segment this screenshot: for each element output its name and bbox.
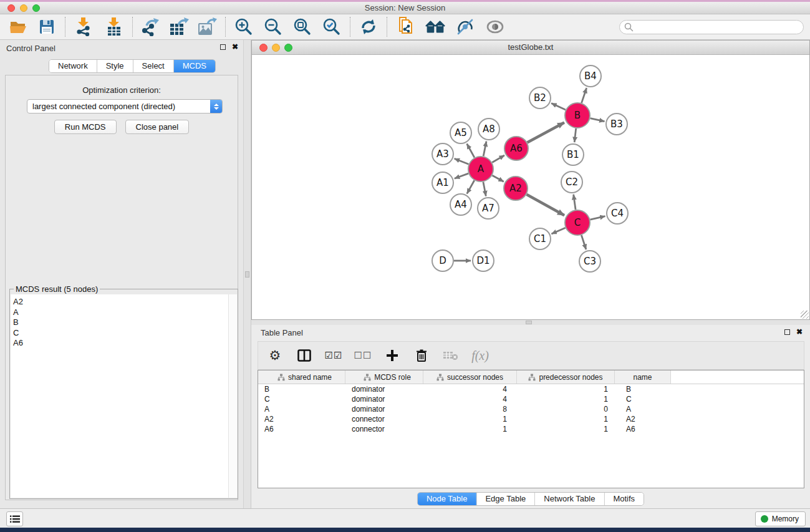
graph-node-label-A3: A3 (436, 148, 449, 160)
cell-name: A2 (615, 414, 671, 424)
column-header-name[interactable]: name (615, 370, 671, 384)
graph-edge-A-A7[interactable] (483, 182, 486, 196)
network-window-titlebar[interactable]: testGlobe.txt (252, 41, 809, 55)
select-all-rows-icon[interactable]: ☑☑ (325, 347, 342, 364)
hide-graphics-details-icon[interactable] (455, 17, 475, 37)
optimization-criterion-label: Optimization criterion: (6, 85, 238, 95)
cell-predecessor-nodes: 1 (517, 384, 615, 394)
column-header-successor-nodes[interactable]: successor nodes (423, 370, 517, 384)
graph-edge-C-C1[interactable] (551, 228, 565, 234)
show-graphics-icon[interactable] (485, 17, 505, 37)
add-column-icon[interactable] (384, 347, 400, 364)
cell-successor-nodes: 4 (423, 394, 517, 404)
table-row[interactable]: A dominator 8 0 A (258, 404, 804, 414)
criterion-dropdown[interactable]: largest connected component (directed) (27, 99, 223, 114)
mcds-result-item[interactable]: A6 (13, 338, 228, 349)
cell-name: A6 (615, 424, 671, 434)
task-history-button[interactable] (6, 511, 23, 526)
tab-select[interactable]: Select (133, 60, 174, 72)
network-canvas[interactable]: B4B2BB3A8A5A6A3B1AA1C2A2A4A7C4CC1DD1C3 (252, 55, 809, 319)
application-window: Session: New Session (0, 0, 810, 532)
close-panel-icon[interactable]: ✖ (796, 329, 803, 335)
tab-node-table[interactable]: Node Table (418, 493, 477, 505)
graph-edge-A-A5[interactable] (467, 144, 475, 158)
cell-predecessor-nodes: 1 (517, 414, 615, 424)
tab-style[interactable]: Style (97, 60, 133, 72)
horizontal-split-divider[interactable] (251, 320, 810, 325)
deselect-all-rows-icon[interactable]: ☐☐ (355, 347, 371, 364)
graph-edge-A-A4[interactable] (467, 180, 475, 193)
run-mcds-button[interactable]: Run MCDS (54, 120, 117, 134)
save-session-icon[interactable] (37, 17, 57, 37)
vertical-split-divider[interactable] (243, 40, 251, 508)
mcds-result-list[interactable]: A2 A B C A6 (11, 294, 228, 498)
import-table-icon[interactable] (104, 17, 124, 37)
zoom-selected-icon[interactable] (322, 17, 342, 37)
import-network-icon[interactable] (74, 17, 94, 37)
graph-edge-B-B3[interactable] (591, 118, 605, 122)
column-header-shared-name[interactable]: shared name (258, 370, 345, 384)
memory-button[interactable]: Memory (755, 511, 806, 526)
network-from-file-icon[interactable] (395, 17, 415, 37)
table-panel: Table Panel ✖ ⚙ ☑☑ ☐☐ (251, 325, 810, 508)
graph-edge-A-A8[interactable] (483, 142, 486, 157)
tab-network-table[interactable]: Network Table (535, 493, 604, 505)
search-field[interactable] (619, 20, 804, 34)
column-header-predecessor-nodes[interactable]: predecessor nodes (517, 370, 615, 384)
graph-edge-B-B2[interactable] (551, 104, 566, 110)
close-panel-icon[interactable]: ✖ (232, 44, 238, 50)
mcds-result-item[interactable]: B (13, 317, 228, 328)
graph-edge-A-A1[interactable] (455, 173, 468, 178)
export-image-icon[interactable] (197, 17, 217, 37)
zoom-fit-icon[interactable] (292, 17, 312, 37)
table-row[interactable]: A6 connector 1 1 A6 (258, 424, 804, 434)
home-icon[interactable] (425, 17, 445, 37)
tab-motifs[interactable]: Motifs (604, 493, 644, 505)
graph-node-label-C4: C4 (611, 208, 624, 219)
result-list-scrollbar[interactable] (228, 294, 237, 498)
graph-edge-A6-B[interactable] (528, 122, 564, 142)
tab-edge-table[interactable]: Edge Table (476, 493, 535, 505)
open-session-icon[interactable] (8, 17, 28, 37)
table-row[interactable]: B dominator 4 1 B (258, 384, 804, 394)
zoom-out-icon[interactable] (263, 17, 283, 37)
float-panel-icon[interactable] (784, 329, 790, 335)
criterion-dropdown-value: largest connected component (directed) (27, 102, 210, 111)
export-table-icon[interactable] (169, 17, 189, 37)
table-row[interactable]: A2 connector 1 1 A2 (258, 414, 804, 424)
cell-successor-nodes: 1 (423, 414, 517, 424)
graph-edge-C-C4[interactable] (590, 216, 605, 220)
function-builder-icon[interactable]: f(x) (472, 347, 488, 364)
table-panel-title: Table Panel (261, 328, 303, 337)
graph-edge-A-A6[interactable] (492, 155, 504, 163)
search-input[interactable] (634, 22, 803, 33)
column-header-mcds-role[interactable]: MCDS role (345, 370, 423, 384)
mcds-result-item[interactable]: A2 (13, 297, 228, 307)
mcds-result-item[interactable]: C (13, 328, 228, 339)
graph-edge-A-A3[interactable] (455, 158, 469, 164)
table-row[interactable]: C dominator 4 1 C (258, 394, 804, 404)
zoom-in-icon[interactable] (234, 17, 254, 37)
graph-edge-B-B1[interactable] (574, 128, 576, 142)
divider-handle[interactable] (245, 271, 249, 278)
cell-successor-nodes: 8 (423, 404, 517, 414)
tab-network[interactable]: Network (49, 60, 97, 72)
graph-edge-A2-C[interactable] (527, 195, 565, 216)
mcds-result-item[interactable]: A (13, 307, 228, 318)
table-settings-icon[interactable]: ⚙ (267, 347, 283, 364)
graph-edge-C-C3[interactable] (581, 235, 586, 249)
window-resize-grip[interactable] (801, 311, 809, 319)
show-columns-icon[interactable] (296, 347, 312, 364)
delete-table-icon[interactable] (443, 347, 459, 364)
control-panel: Control Panel ✖ Network Style Select MCD… (0, 40, 243, 508)
tab-mcds[interactable]: MCDS (174, 60, 215, 72)
float-panel-icon[interactable] (220, 44, 226, 50)
divider-handle[interactable] (526, 321, 532, 324)
graph-edge-A-A2[interactable] (492, 175, 503, 181)
delete-column-icon[interactable] (413, 347, 430, 364)
close-panel-button[interactable]: Close panel (125, 120, 190, 134)
graph-edge-B-B4[interactable] (582, 88, 587, 103)
export-network-icon[interactable] (141, 17, 161, 37)
graph-edge-C-C2[interactable] (574, 195, 576, 210)
refresh-view-icon[interactable] (359, 17, 378, 37)
